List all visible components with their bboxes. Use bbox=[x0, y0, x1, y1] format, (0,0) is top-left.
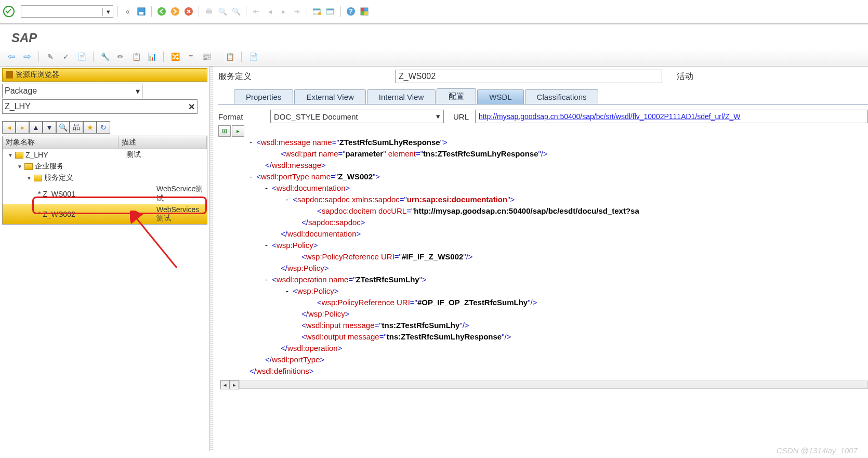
command-input[interactable] bbox=[22, 7, 102, 16]
tab-classifications[interactable]: Classifications bbox=[525, 89, 599, 104]
hierarchy-icon[interactable]: 🔀 bbox=[169, 50, 181, 63]
tree-item-desc: WebServices测试 bbox=[154, 204, 207, 224]
customize-icon[interactable] bbox=[359, 6, 370, 17]
chevron-down-icon: ▾ bbox=[136, 86, 140, 96]
tree-row-ws001[interactable]: * Z_WS001 WebService测试 bbox=[3, 184, 207, 204]
tab-config[interactable]: 配置 bbox=[437, 88, 476, 104]
tab-internal-view[interactable]: Internal View bbox=[367, 89, 436, 104]
tab-external-view[interactable]: External View bbox=[294, 89, 365, 104]
service-def-value[interactable]: Z_WS002 bbox=[395, 70, 662, 83]
display-nav-icon[interactable]: 📊 bbox=[146, 50, 158, 63]
tree-item-label: 企业服务 bbox=[35, 162, 64, 171]
tree-item-label: 服务定义 bbox=[44, 173, 73, 182]
nav-back-icon[interactable]: ⇦ bbox=[5, 50, 18, 63]
tree-prev-icon[interactable]: ◂ bbox=[2, 121, 16, 134]
horizontal-scrollbar[interactable]: ◂ ▸ bbox=[218, 380, 868, 389]
format-value: DOC_STYLE Document bbox=[274, 112, 358, 121]
tree-row-ws002[interactable]: * Z_WS002 WebServices测试 bbox=[3, 204, 207, 224]
xml-export-icon[interactable]: ▸ bbox=[232, 125, 244, 137]
tree-next-icon[interactable]: ▸ bbox=[16, 121, 29, 134]
package-name-value: Z_LHY bbox=[5, 102, 31, 111]
exit-icon[interactable] bbox=[169, 6, 181, 17]
tree-row-ent[interactable]: ▼企业服务 bbox=[3, 161, 207, 172]
svg-rect-8 bbox=[313, 9, 320, 10]
display-edit-icon[interactable]: ✎ bbox=[44, 50, 57, 63]
url-field[interactable]: http://mysap.goodsap.cn:50400/sap/bc/srt… bbox=[475, 110, 868, 123]
collapse-icon[interactable]: « bbox=[122, 6, 134, 17]
folder-icon bbox=[24, 163, 33, 170]
xml-tree-icon[interactable]: ⊞ bbox=[218, 125, 231, 137]
tree-fav-icon[interactable]: ★ bbox=[83, 121, 97, 134]
package-name-input[interactable]: Z_LHY ✕ bbox=[2, 99, 198, 114]
format-label: Format bbox=[218, 112, 264, 121]
help-icon[interactable]: ? bbox=[345, 6, 357, 17]
find-icon: 🔍 bbox=[217, 6, 228, 17]
svg-rect-11 bbox=[326, 9, 334, 10]
caret-icon: ▼ bbox=[8, 152, 13, 158]
mod-indicator: * bbox=[38, 190, 41, 198]
svg-rect-17 bbox=[361, 11, 364, 15]
nav-fwd-icon[interactable]: ⇨ bbox=[21, 50, 33, 63]
caret-icon: ▼ bbox=[27, 175, 32, 181]
where-used-icon[interactable]: ✏ bbox=[114, 50, 127, 63]
ok-icon[interactable] bbox=[3, 6, 15, 17]
tree-item-desc bbox=[143, 172, 207, 184]
layout-icon[interactable] bbox=[325, 6, 336, 17]
svg-point-9 bbox=[318, 12, 321, 15]
svg-rect-16 bbox=[364, 8, 368, 11]
enhance-icon[interactable]: 📰 bbox=[200, 50, 213, 63]
next-page-icon: ▸ bbox=[278, 6, 289, 17]
back-icon[interactable] bbox=[156, 6, 167, 17]
tree-row-pkg[interactable]: ▼Z_LHY 测试 bbox=[3, 149, 207, 161]
command-dropdown-icon[interactable]: ▾ bbox=[102, 8, 112, 16]
new-session-icon[interactable] bbox=[311, 6, 323, 17]
tree-find-icon[interactable]: 🔍 bbox=[56, 121, 70, 134]
wsdl-xml-view: - <wsdl:message name="ZTestRfcSumLhyResp… bbox=[218, 137, 868, 379]
tab-properties[interactable]: Properties bbox=[234, 89, 293, 104]
folder-icon bbox=[34, 175, 42, 181]
chevron-down-icon: ▾ bbox=[436, 112, 440, 121]
status-label: 活动 bbox=[677, 71, 693, 82]
tree-up-icon[interactable]: ▲ bbox=[29, 121, 43, 134]
repo-browser-title: 资源库浏览器 bbox=[2, 68, 207, 82]
activate-icon[interactable]: 📄 bbox=[75, 50, 88, 63]
close-icon[interactable]: ✕ bbox=[188, 102, 195, 112]
scroll-track[interactable] bbox=[239, 381, 868, 389]
format-select[interactable]: DOC_STYLE Document ▾ bbox=[270, 110, 444, 123]
scroll-left-icon[interactable]: ◂ bbox=[220, 380, 230, 389]
tree-row-svcdef[interactable]: ▼服务定义 bbox=[3, 172, 207, 184]
repo-icon bbox=[6, 71, 13, 78]
scroll-right-icon[interactable]: ▸ bbox=[230, 380, 239, 389]
url-label: URL bbox=[453, 112, 469, 121]
cancel-icon[interactable] bbox=[183, 6, 194, 17]
object-tree: ▼Z_LHY 测试 ▼企业服务 ▼服务定义 * Z_WS001 WebServi… bbox=[2, 149, 207, 225]
tree-toolbar: ◂ ▸ ▲ ▼ 🔍 品 ★ ↻ bbox=[2, 121, 207, 134]
svg-rect-1 bbox=[139, 12, 143, 15]
clipboard-icon[interactable]: 📋 bbox=[223, 50, 236, 63]
tree-hier-icon[interactable]: 品 bbox=[70, 121, 83, 134]
save-icon[interactable] bbox=[136, 6, 147, 17]
tree-item-label: Z_WS002 bbox=[43, 210, 75, 218]
test-icon[interactable]: 🔧 bbox=[99, 50, 111, 63]
watermark: CSDN @1314lay_1007 bbox=[777, 446, 858, 455]
last-page-icon: ⇥ bbox=[291, 6, 303, 17]
folder-icon bbox=[15, 152, 23, 159]
tree-down-icon[interactable]: ▼ bbox=[43, 121, 56, 134]
tree-item-desc: WebService测试 bbox=[154, 184, 207, 204]
object-list-icon[interactable]: 📋 bbox=[130, 50, 142, 63]
command-field[interactable]: ▾ bbox=[21, 5, 113, 18]
caret-icon: ▼ bbox=[17, 164, 22, 169]
tree-refresh-icon[interactable]: ↻ bbox=[97, 121, 110, 134]
svg-text:?: ? bbox=[349, 8, 352, 15]
mod-indicator: * bbox=[38, 210, 41, 218]
service-def-label: 服务定义 bbox=[218, 71, 390, 82]
doc-icon[interactable]: 📄 bbox=[247, 50, 259, 63]
col-desc: 描述 bbox=[119, 136, 207, 149]
svg-rect-15 bbox=[361, 8, 364, 11]
package-type-select[interactable]: Package ▾ bbox=[2, 84, 142, 98]
prev-page-icon: ◂ bbox=[264, 6, 275, 17]
check-icon[interactable]: ✓ bbox=[60, 50, 72, 63]
other-obj-icon[interactable]: ≡ bbox=[185, 50, 197, 63]
svg-rect-18 bbox=[364, 11, 368, 15]
tab-wsdl[interactable]: WSDL bbox=[477, 89, 523, 104]
